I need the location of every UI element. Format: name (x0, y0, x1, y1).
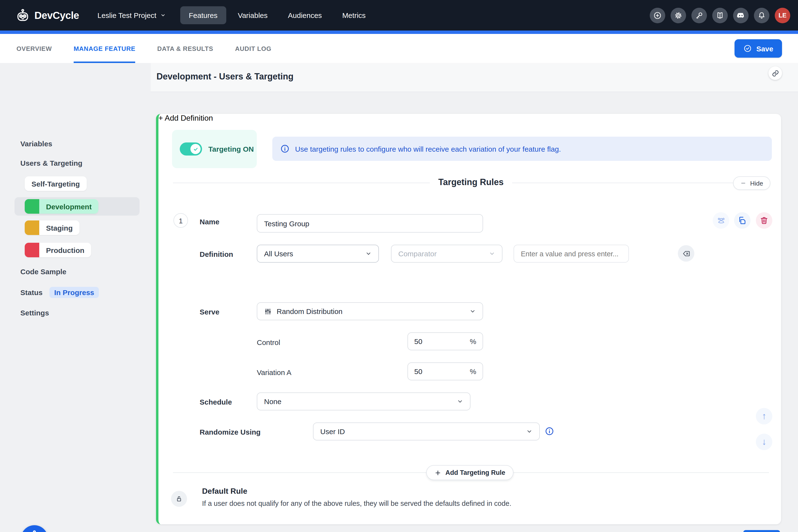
targeting-card: Targeting ON Use targeting rules to conf… (156, 114, 781, 524)
settings-button[interactable] (670, 7, 686, 23)
chevron-down-icon (470, 308, 476, 315)
sidebar-item-self-targeting[interactable]: Self-Targeting (25, 176, 87, 191)
percent-sign: % (470, 367, 476, 376)
randomize-using-select[interactable]: User ID (313, 422, 540, 440)
chevron-down-icon (457, 398, 463, 404)
nav-item-features[interactable]: Features (180, 6, 226, 24)
create-button[interactable] (650, 7, 665, 23)
users-icon (716, 216, 726, 225)
feature-tabbar: OVERVIEW MANAGE FEATURE DATA & RESULTS A… (0, 34, 798, 63)
tab-audit-log[interactable]: AUDIT LOG (235, 34, 271, 63)
default-rule-title: Default Rule (202, 487, 247, 496)
devcycle-robot-icon (27, 530, 42, 532)
rule-name-label: Name (200, 217, 220, 226)
tab-overview[interactable]: OVERVIEW (17, 34, 52, 63)
discord-button[interactable] (733, 7, 748, 23)
copy-link-button[interactable] (768, 66, 782, 80)
add-targeting-rule-button[interactable]: Add Targeting Rule (426, 465, 514, 480)
distribution-control-label: Control (257, 338, 280, 346)
api-keys-button[interactable] (691, 7, 707, 23)
move-rule-down-button[interactable]: ↓ (756, 434, 772, 450)
rule-name-input[interactable] (257, 214, 483, 232)
comparator-select[interactable]: Comparator (391, 245, 502, 263)
page-header: Development - Users & Targeting (151, 63, 798, 92)
minus-icon (741, 180, 746, 186)
default-rule-description: If a user does not qualify for any of th… (202, 499, 511, 507)
support-chat-button[interactable] (21, 525, 48, 532)
sidebar-item-environment-staging[interactable]: Staging (25, 221, 79, 235)
docs-button[interactable] (712, 7, 728, 23)
toggle-check-icon (190, 144, 201, 154)
book-icon (716, 11, 724, 20)
targeting-info-banner: Use targeting rules to configure who wil… (272, 137, 772, 161)
trash-icon (760, 216, 768, 225)
nav-item-variables[interactable]: Variables (229, 6, 277, 24)
hide-rules-button[interactable]: Hide (733, 176, 771, 190)
sliders-icon (264, 307, 272, 315)
sidebar-item-variables[interactable]: Variables (20, 139, 52, 148)
brand-logo[interactable]: DevCycle (16, 8, 79, 22)
check-circle-icon (743, 44, 752, 53)
plus-icon (434, 469, 441, 476)
info-icon (280, 144, 290, 154)
sidebar-item-code-sample[interactable]: Code Sample (20, 267, 66, 276)
targeting-toggle[interactable] (180, 142, 202, 155)
link-icon (772, 70, 779, 77)
sidebar-item-users-targeting[interactable]: Users & Targeting (20, 159, 82, 167)
tab-manage-feature[interactable]: MANAGE FEATURE (74, 34, 135, 63)
bottom-save-button-partial[interactable] (743, 530, 780, 532)
arrow-down-icon: ↓ (762, 437, 766, 447)
add-definition-button[interactable]: + Add Definition (158, 114, 781, 122)
gear-icon (674, 11, 683, 20)
schedule-label: Schedule (200, 398, 232, 406)
targeting-info-text: Use targeting rules to configure who wil… (295, 145, 561, 153)
page-title: Development - Users & Targeting (156, 72, 293, 82)
nav-item-audiences[interactable]: Audiences (279, 6, 331, 24)
definition-select[interactable]: All Users (257, 245, 379, 263)
serve-label: Serve (200, 308, 220, 316)
delete-rule-button[interactable] (756, 212, 772, 229)
serve-select[interactable]: Random Distribution (257, 302, 483, 320)
main-nav: Features Variables Audiences Metrics (180, 6, 374, 24)
brand-name: DevCycle (34, 10, 79, 21)
project-selector[interactable]: Leslie Test Project (97, 11, 166, 19)
env-development-color-swatch (25, 199, 39, 214)
chevron-down-icon (526, 428, 532, 435)
user-avatar[interactable]: LE (775, 7, 790, 23)
distribution-variation-a-input[interactable]: 50 % (407, 362, 483, 380)
top-navbar: DevCycle Leslie Test Project Features Va… (0, 0, 798, 31)
percent-sign: % (470, 337, 476, 345)
navbar-actions: LE (650, 7, 790, 23)
duplicate-rule-button[interactable] (734, 212, 750, 229)
notifications-button[interactable] (754, 7, 770, 23)
clear-definition-button[interactable] (678, 245, 694, 262)
rule-number-badge: 1 (173, 213, 188, 228)
sidebar-item-environment-production[interactable]: Production (25, 243, 91, 257)
distribution-variation-a-label: Variation A (257, 368, 291, 377)
sidebar-item-environment-development[interactable]: Development (15, 197, 139, 215)
sidebar-item-settings[interactable]: Settings (20, 309, 49, 317)
key-icon (695, 11, 704, 20)
definition-label: Definition (200, 250, 233, 258)
targeting-toggle-box: Targeting ON (172, 130, 257, 168)
accent-strip (0, 31, 798, 34)
bell-icon (757, 11, 766, 20)
plus-circle-icon (653, 11, 662, 20)
definition-value-input[interactable] (514, 245, 629, 263)
save-button[interactable]: Save (735, 39, 782, 58)
audience-save-button[interactable] (713, 212, 729, 229)
devcycle-robot-icon (16, 8, 30, 22)
default-rule-lock (171, 491, 187, 507)
targeting-rules-title: Targeting Rules (158, 177, 783, 188)
tab-data-results[interactable]: DATA & RESULTS (157, 34, 213, 63)
discord-icon (737, 11, 745, 20)
nav-item-metrics[interactable]: Metrics (334, 6, 375, 24)
move-rule-up-button[interactable]: ↑ (756, 408, 772, 424)
chevron-down-icon (160, 13, 166, 18)
sidebar-item-status[interactable]: Status In Progress (20, 287, 99, 298)
schedule-select[interactable]: None (257, 393, 471, 411)
targeting-toggle-label: Targeting ON (208, 145, 254, 153)
copy-icon (738, 216, 747, 225)
randomize-info-icon[interactable] (545, 426, 554, 436)
distribution-control-input[interactable]: 50 % (407, 332, 483, 350)
